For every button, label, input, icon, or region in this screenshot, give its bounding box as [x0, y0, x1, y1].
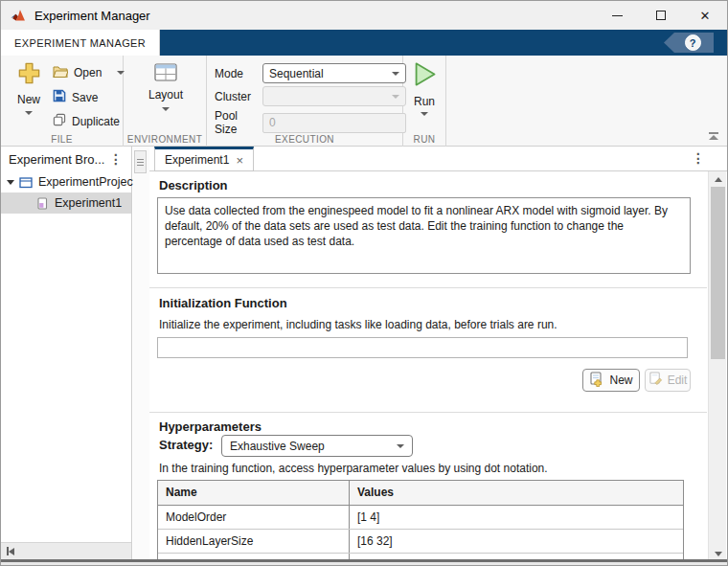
mode-label: Mode [215, 67, 262, 80]
browser-menu-icon[interactable]: ⋮ [106, 152, 125, 166]
tree-item-label: ExperimentProject [38, 175, 136, 189]
description-textarea[interactable]: Use data collected from the enginespeed … [157, 197, 691, 274]
maximize-button[interactable] [639, 1, 683, 30]
layout-button[interactable]: Layout [145, 63, 187, 111]
section-execution: Mode Sequential Cluster Pool Size EXECUT… [207, 56, 403, 147]
document-content: Description Use data collected from the … [149, 171, 707, 561]
init-function-input[interactable] [157, 337, 688, 358]
table-row[interactable]: ModelOrder [1 4] [158, 506, 683, 530]
hyperparameters-caption: In the training function, access hyperpa… [159, 462, 548, 475]
experiment-browser-panel: Experiment Bro... ⋮ ExperimentProject [1, 147, 132, 561]
edit-function-icon [648, 372, 663, 389]
strategy-caret-icon [397, 444, 404, 448]
execution-section-label: EXECUTION [207, 134, 402, 145]
panel-splitter[interactable] [133, 147, 149, 561]
minimize-button[interactable] [595, 1, 639, 30]
experiment-manager-window: Experiment Manager ✕ EXPERIMENT MANAGER … [0, 0, 728, 566]
experiment-icon [37, 197, 48, 210]
close-button[interactable]: ✕ [683, 1, 727, 30]
strategy-label: Strategy: [159, 438, 213, 452]
tree-item-label: Experiment1 [55, 196, 122, 210]
save-icon [53, 89, 66, 105]
open-folder-icon [53, 65, 68, 80]
tree-item-experiment1[interactable]: Experiment1 [1, 192, 131, 214]
tab-close-icon[interactable]: × [236, 154, 243, 167]
cluster-select [262, 86, 406, 106]
tab-experiment1[interactable]: Experiment1 × [154, 147, 254, 171]
tab-bar-menu-icon[interactable]: ⋮ [689, 151, 708, 165]
table-row[interactable]: HiddenLayerSize [16 32] [158, 530, 683, 554]
hyperparameters-heading: Hyperparameters [159, 419, 262, 434]
scroll-down-icon [715, 552, 722, 556]
document-tab-bar: Experiment1 × ⋮ [149, 147, 728, 171]
section-divider [149, 412, 707, 413]
description-heading: Description [159, 178, 228, 192]
column-header-values[interactable]: Values [350, 481, 683, 505]
splitter-grip-icon[interactable] [134, 150, 147, 173]
column-header-name[interactable]: Name [158, 481, 350, 505]
scrollbar-thumb[interactable] [711, 187, 725, 359]
run-dropdown-caret[interactable] [421, 112, 428, 116]
new-dropdown-caret[interactable] [25, 111, 33, 115]
section-run: Run RUN [403, 56, 446, 147]
run-play-icon [412, 60, 438, 92]
duplicate-icon [53, 113, 66, 129]
cluster-caret-icon [392, 95, 399, 99]
init-function-heading: Initialization Function [159, 296, 287, 310]
mode-caret-icon [392, 72, 399, 76]
cluster-label: Cluster [215, 90, 262, 103]
tab-experiment-manager[interactable]: EXPERIMENT MANAGER [1, 30, 160, 56]
close-icon: ✕ [700, 10, 711, 22]
run-button[interactable]: Run [408, 60, 441, 116]
help-icon: ? [685, 34, 701, 51]
new-button[interactable]: New [9, 60, 49, 115]
strategy-select[interactable]: Exhaustive Sweep [221, 435, 413, 457]
new-function-icon [589, 372, 604, 390]
pool-size-input [262, 113, 406, 133]
help-button[interactable]: ? [664, 33, 714, 53]
file-section-label: FILE [1, 134, 123, 145]
ribbon-tab-strip: EXPERIMENT MANAGER ? [1, 30, 727, 56]
hyperparameters-table: Name Values ModelOrder [1 4] HiddenLayer… [157, 480, 684, 561]
browser-horizontal-scrollbar[interactable] [1, 542, 131, 559]
window-bottom-border [1, 559, 727, 565]
window-title: Experiment Manager [34, 9, 150, 23]
environment-section-label: ENVIRONMENT [124, 134, 206, 145]
duplicate-button[interactable]: Duplicate [53, 113, 120, 129]
pool-size-label: Pool Size [215, 109, 262, 136]
layout-icon [154, 63, 177, 85]
table-header-row: Name Values [158, 481, 683, 506]
mode-select[interactable]: Sequential [262, 63, 406, 83]
run-section-label: RUN [403, 134, 445, 145]
project-icon [19, 176, 33, 189]
maximize-icon [656, 11, 666, 20]
new-plus-icon [16, 60, 42, 90]
section-divider [149, 287, 707, 288]
collapse-ribbon-button[interactable] [707, 132, 719, 140]
section-environment: Layout ENVIRONMENT [124, 56, 207, 147]
title-bar: Experiment Manager ✕ [1, 1, 727, 30]
scroll-up-icon [715, 177, 722, 182]
expand-caret-icon[interactable] [7, 180, 14, 185]
layout-dropdown-caret[interactable] [162, 107, 170, 111]
scroll-up-button[interactable] [709, 171, 727, 187]
toolbar: New Open [1, 56, 727, 147]
save-button[interactable]: Save [53, 89, 98, 105]
content-vertical-scrollbar[interactable] [708, 171, 726, 561]
matlab-logo-icon [10, 8, 26, 24]
scroll-to-start-icon[interactable] [7, 547, 14, 555]
minimize-icon [612, 15, 623, 16]
tree-item-project[interactable]: ExperimentProject [1, 171, 131, 192]
browser-title: Experiment Bro... [9, 152, 104, 167]
init-new-button[interactable]: New [582, 369, 640, 392]
section-file: New Open [1, 56, 124, 147]
init-edit-button: Edit [645, 369, 691, 392]
open-button[interactable]: Open [53, 65, 125, 80]
init-function-caption: Initialize the experiment, including tas… [159, 318, 557, 331]
